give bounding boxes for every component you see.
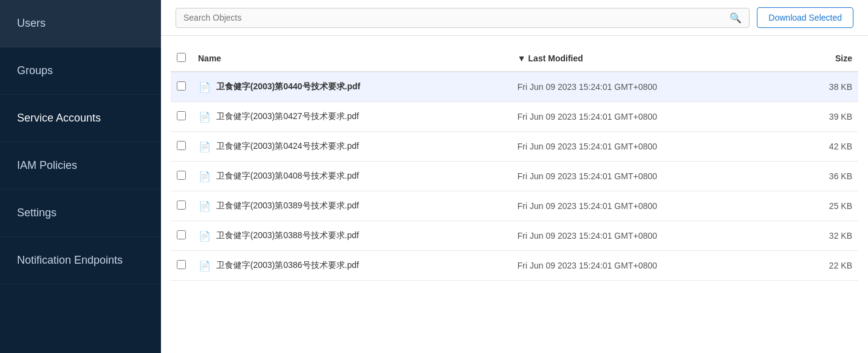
row-size-cell: 38 KB: [751, 72, 858, 102]
pdf-icon: 📄: [198, 80, 211, 94]
col-header-size[interactable]: Size: [751, 46, 858, 72]
file-table: Name ▼ Last Modified Size 📄卫食健字(2003)第04…: [171, 46, 858, 281]
sidebar: UsersGroupsService AccountsIAM PoliciesS…: [0, 0, 161, 353]
pdf-icon: 📄: [198, 170, 211, 183]
table-row[interactable]: 📄卫食健字(2003)第0389号技术要求.pdfFri Jun 09 2023…: [171, 191, 858, 221]
row-size-cell: 42 KB: [751, 132, 858, 162]
row-checkbox-cell: [171, 162, 192, 191]
row-size-cell: 32 KB: [751, 221, 858, 251]
row-size-cell: 25 KB: [751, 191, 858, 221]
row-checkbox-cell: [171, 191, 192, 221]
sidebar-item-groups[interactable]: Groups: [0, 47, 161, 95]
sort-down-icon: ▼: [518, 53, 528, 63]
search-wrapper: 🔍: [176, 8, 750, 28]
table-row[interactable]: 📄卫食健字(2003)第0388号技术要求.pdfFri Jun 09 2023…: [171, 221, 858, 251]
table-row[interactable]: 📄卫食健字(2003)第0424号技术要求.pdfFri Jun 09 2023…: [171, 132, 858, 162]
row-modified-cell: Fri Jun 09 2023 15:24:01 GMT+0800: [511, 162, 751, 191]
row-size-cell: 22 KB: [751, 251, 858, 281]
file-name-text: 卫食健字(2003)第0389号技术要求.pdf: [216, 200, 359, 211]
search-input[interactable]: [183, 13, 726, 22]
row-name-cell: 📄卫食健字(2003)第0389号技术要求.pdf: [192, 191, 511, 221]
row-modified-cell: Fri Jun 09 2023 15:24:01 GMT+0800: [511, 102, 751, 132]
row-modified-cell: Fri Jun 09 2023 15:24:01 GMT+0800: [511, 251, 751, 281]
table-row[interactable]: 📄卫食健字(2003)第0440号技术要求.pdfFri Jun 09 2023…: [171, 72, 858, 102]
main-content: 🔍 Download Selected Name ▼ Last Modified: [161, 0, 868, 353]
file-name-text: 卫食健字(2003)第0388号技术要求.pdf: [216, 230, 359, 241]
pdf-icon: 📄: [198, 140, 211, 153]
file-name-wrapper: 📄卫食健字(2003)第0388号技术要求.pdf: [198, 229, 505, 242]
table-row[interactable]: 📄卫食健字(2003)第0408号技术要求.pdfFri Jun 09 2023…: [171, 162, 858, 191]
file-name-wrapper: 📄卫食健字(2003)第0440号技术要求.pdf: [198, 80, 505, 94]
download-selected-button[interactable]: Download Selected: [757, 7, 853, 28]
pdf-icon: 📄: [198, 229, 211, 242]
sidebar-item-iam-policies[interactable]: IAM Policies: [0, 142, 161, 190]
row-modified-cell: Fri Jun 09 2023 15:24:01 GMT+0800: [511, 221, 751, 251]
row-checkbox[interactable]: [177, 81, 186, 91]
col-header-name[interactable]: Name: [192, 46, 511, 72]
row-name-cell: 📄卫食健字(2003)第0440号技术要求.pdf: [192, 72, 511, 102]
file-name-wrapper: 📄卫食健字(2003)第0389号技术要求.pdf: [198, 199, 505, 213]
file-name-wrapper: 📄卫食健字(2003)第0427号技术要求.pdf: [198, 110, 505, 123]
file-name-text: 卫食健字(2003)第0408号技术要求.pdf: [216, 171, 359, 182]
table-header-row: Name ▼ Last Modified Size: [171, 46, 858, 72]
pdf-icon: 📄: [198, 199, 211, 213]
file-name-wrapper: 📄卫食健字(2003)第0386号技术要求.pdf: [198, 259, 505, 272]
row-name-cell: 📄卫食健字(2003)第0424号技术要求.pdf: [192, 132, 511, 162]
file-name-text: 卫食健字(2003)第0440号技术要求.pdf: [216, 81, 360, 92]
file-name-text: 卫食健字(2003)第0386号技术要求.pdf: [216, 260, 359, 271]
search-icon: 🔍: [730, 12, 742, 24]
sidebar-item-service-accounts[interactable]: Service Accounts: [0, 95, 161, 142]
row-name-cell: 📄卫食健字(2003)第0408号技术要求.pdf: [192, 162, 511, 191]
row-size-cell: 36 KB: [751, 162, 858, 191]
row-checkbox[interactable]: [177, 230, 186, 239]
sidebar-item-users[interactable]: Users: [0, 0, 161, 47]
sidebar-item-settings[interactable]: Settings: [0, 190, 161, 237]
row-checkbox-cell: [171, 132, 192, 162]
pdf-icon: 📄: [198, 110, 211, 123]
file-name-text: 卫食健字(2003)第0427号技术要求.pdf: [216, 111, 359, 122]
row-modified-cell: Fri Jun 09 2023 15:24:01 GMT+0800: [511, 191, 751, 221]
file-table-area: Name ▼ Last Modified Size 📄卫食健字(2003)第04…: [161, 36, 868, 353]
table-row[interactable]: 📄卫食健字(2003)第0386号技术要求.pdfFri Jun 09 2023…: [171, 251, 858, 281]
row-checkbox[interactable]: [177, 111, 186, 120]
row-checkbox[interactable]: [177, 141, 186, 150]
file-table-body: 📄卫食健字(2003)第0440号技术要求.pdfFri Jun 09 2023…: [171, 72, 858, 281]
sidebar-item-notification-endpoints[interactable]: Notification Endpoints: [0, 237, 161, 284]
file-name-wrapper: 📄卫食健字(2003)第0424号技术要求.pdf: [198, 140, 505, 153]
row-checkbox-cell: [171, 72, 192, 102]
select-all-checkbox[interactable]: [177, 53, 186, 62]
row-modified-cell: Fri Jun 09 2023 15:24:01 GMT+0800: [511, 132, 751, 162]
col-header-modified[interactable]: ▼ Last Modified: [511, 46, 751, 72]
table-row[interactable]: 📄卫食健字(2003)第0427号技术要求.pdfFri Jun 09 2023…: [171, 102, 858, 132]
row-checkbox-cell: [171, 251, 192, 281]
top-bar: 🔍 Download Selected: [161, 0, 868, 36]
row-checkbox-cell: [171, 102, 192, 132]
row-name-cell: 📄卫食健字(2003)第0388号技术要求.pdf: [192, 221, 511, 251]
row-size-cell: 39 KB: [751, 102, 858, 132]
file-name-wrapper: 📄卫食健字(2003)第0408号技术要求.pdf: [198, 170, 505, 183]
row-checkbox-cell: [171, 221, 192, 251]
row-name-cell: 📄卫食健字(2003)第0386号技术要求.pdf: [192, 251, 511, 281]
file-name-text: 卫食健字(2003)第0424号技术要求.pdf: [216, 141, 359, 152]
pdf-icon: 📄: [198, 259, 211, 272]
row-checkbox[interactable]: [177, 200, 186, 210]
row-checkbox[interactable]: [177, 171, 186, 180]
row-checkbox[interactable]: [177, 260, 186, 269]
select-all-cell: [171, 46, 192, 72]
row-modified-cell: Fri Jun 09 2023 15:24:01 GMT+0800: [511, 72, 751, 102]
row-name-cell: 📄卫食健字(2003)第0427号技术要求.pdf: [192, 102, 511, 132]
